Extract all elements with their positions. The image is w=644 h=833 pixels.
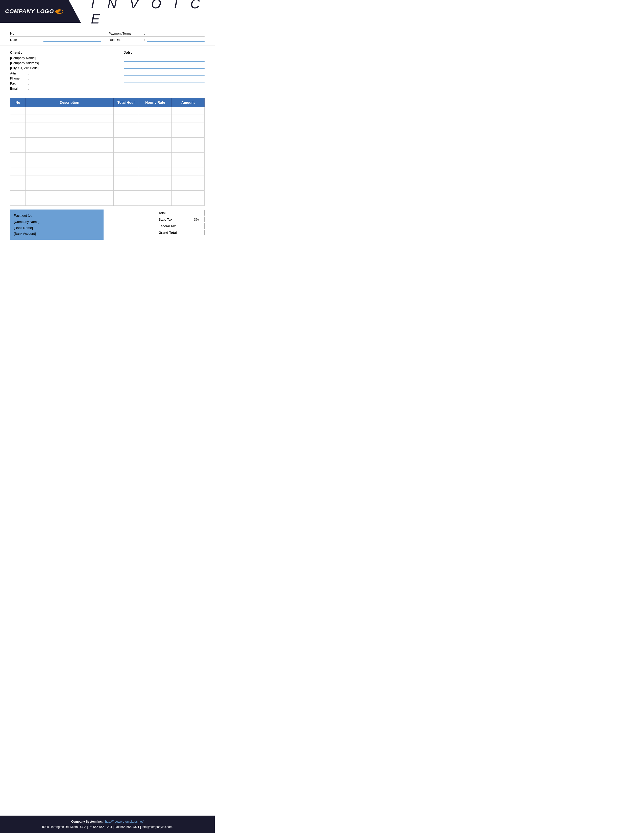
cell-no[interactable] (10, 198, 26, 206)
table-row[interactable] (10, 160, 204, 168)
cell-rate[interactable] (139, 198, 172, 206)
job-line-4[interactable] (124, 77, 204, 83)
cell-desc[interactable] (26, 122, 114, 130)
client-email-row: Email : (10, 86, 116, 90)
cell-no[interactable] (10, 168, 26, 175)
table-row[interactable] (10, 115, 204, 122)
cell-hours[interactable] (114, 153, 139, 160)
client-city[interactable]: [City, ST, ZIP Code] (10, 66, 116, 70)
job-line-2[interactable] (124, 63, 204, 69)
cell-desc[interactable] (26, 153, 114, 160)
cell-no[interactable] (10, 183, 26, 191)
total-value[interactable] (204, 210, 204, 215)
cell-hours[interactable] (114, 198, 139, 206)
cell-amount[interactable] (172, 191, 204, 198)
cell-rate[interactable] (139, 160, 172, 168)
cell-amount[interactable] (172, 130, 204, 138)
cell-rate[interactable] (139, 191, 172, 198)
cell-no[interactable] (10, 153, 26, 160)
cell-amount[interactable] (172, 122, 204, 130)
payment-terms-value[interactable] (147, 31, 204, 35)
cell-desc[interactable] (26, 191, 114, 198)
cell-hours[interactable] (114, 160, 139, 168)
table-row[interactable] (10, 198, 204, 206)
cell-amount[interactable] (172, 168, 204, 175)
cell-rate[interactable] (139, 145, 172, 153)
table-row[interactable] (10, 183, 204, 191)
cell-desc[interactable] (26, 175, 114, 183)
cell-hours[interactable] (114, 145, 139, 153)
email-value[interactable] (30, 86, 116, 90)
client-company-address[interactable]: [Company Address] (10, 61, 116, 65)
cell-amount[interactable] (172, 198, 204, 206)
cell-no[interactable] (10, 138, 26, 145)
cell-rate[interactable] (139, 107, 172, 115)
cell-no[interactable] (10, 122, 26, 130)
cell-no[interactable] (10, 145, 26, 153)
state-tax-percent: 3% (194, 217, 201, 221)
attn-value[interactable] (30, 71, 116, 75)
cell-desc[interactable] (26, 183, 114, 191)
grand-total-value[interactable] (204, 230, 204, 235)
cell-rate[interactable] (139, 122, 172, 130)
job-line-3[interactable] (124, 70, 204, 76)
cell-rate[interactable] (139, 153, 172, 160)
cell-rate[interactable] (139, 175, 172, 183)
no-value[interactable] (43, 31, 101, 35)
logo-icon (55, 9, 63, 14)
job-line-1[interactable] (124, 56, 204, 61)
cell-no[interactable] (10, 115, 26, 122)
cell-desc[interactable] (26, 160, 114, 168)
cell-no[interactable] (10, 107, 26, 115)
cell-desc[interactable] (26, 198, 114, 206)
table-row[interactable] (10, 130, 204, 138)
cell-amount[interactable] (172, 183, 204, 191)
table-row[interactable] (10, 175, 204, 183)
cell-hours[interactable] (114, 175, 139, 183)
cell-rate[interactable] (139, 130, 172, 138)
cell-hours[interactable] (114, 107, 139, 115)
due-date-value[interactable] (147, 38, 204, 42)
cell-hours[interactable] (114, 130, 139, 138)
cell-rate[interactable] (139, 183, 172, 191)
cell-amount[interactable] (172, 107, 204, 115)
table-row[interactable] (10, 191, 204, 198)
cell-desc[interactable] (26, 138, 114, 145)
cell-amount[interactable] (172, 138, 204, 145)
cell-no[interactable] (10, 191, 26, 198)
fax-value[interactable] (30, 81, 116, 85)
cell-amount[interactable] (172, 153, 204, 160)
client-company-name[interactable]: [Company Name] (10, 56, 116, 60)
cell-rate[interactable] (139, 168, 172, 175)
table-row[interactable] (10, 145, 204, 153)
cell-amount[interactable] (172, 145, 204, 153)
cell-hours[interactable] (114, 122, 139, 130)
cell-desc[interactable] (26, 145, 114, 153)
cell-desc[interactable] (26, 130, 114, 138)
table-row[interactable] (10, 122, 204, 130)
cell-desc[interactable] (26, 168, 114, 175)
cell-hours[interactable] (114, 183, 139, 191)
cell-desc[interactable] (26, 107, 114, 115)
cell-amount[interactable] (172, 160, 204, 168)
cell-rate[interactable] (139, 138, 172, 145)
cell-desc[interactable] (26, 115, 114, 122)
cell-rate[interactable] (139, 115, 172, 122)
table-row[interactable] (10, 107, 204, 115)
cell-amount[interactable] (172, 175, 204, 183)
date-value[interactable] (43, 38, 101, 42)
table-row[interactable] (10, 138, 204, 145)
table-row[interactable] (10, 153, 204, 160)
state-tax-value[interactable] (204, 217, 204, 222)
cell-no[interactable] (10, 175, 26, 183)
cell-hours[interactable] (114, 138, 139, 145)
cell-hours[interactable] (114, 168, 139, 175)
cell-hours[interactable] (114, 115, 139, 122)
cell-amount[interactable] (172, 115, 204, 122)
cell-no[interactable] (10, 130, 26, 138)
table-row[interactable] (10, 168, 204, 175)
federal-tax-value[interactable] (204, 223, 204, 229)
cell-hours[interactable] (114, 191, 139, 198)
phone-value[interactable] (30, 76, 116, 80)
cell-no[interactable] (10, 160, 26, 168)
